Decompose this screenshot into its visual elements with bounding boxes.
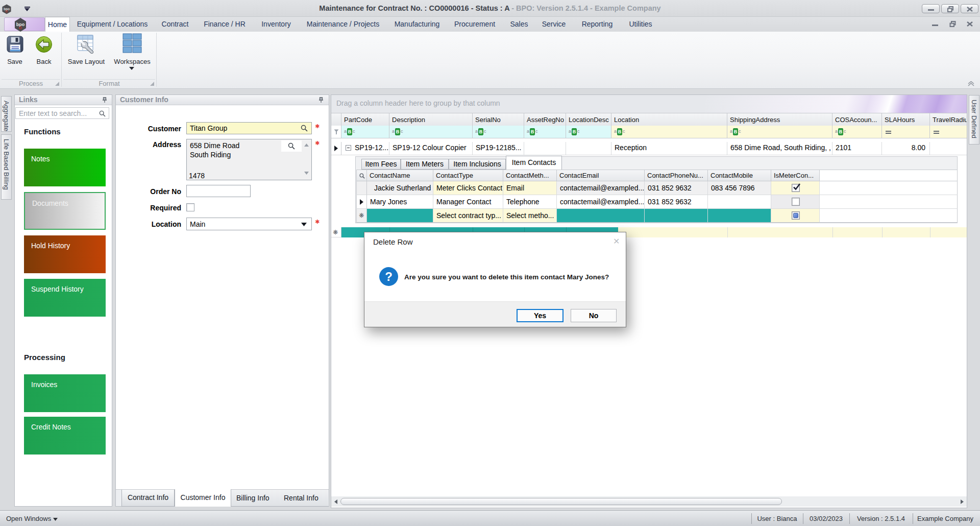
svg-text:bpo: bpo: [16, 22, 25, 27]
